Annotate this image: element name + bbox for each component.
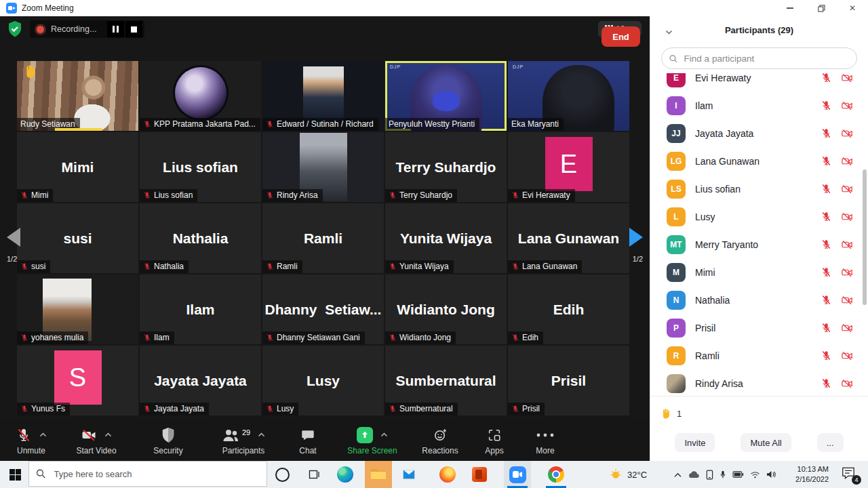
mic-off-icon <box>821 266 832 278</box>
participant-row-lius-sofian[interactable]: LSLius sofian <box>650 175 861 203</box>
start-button[interactable] <box>1 461 28 488</box>
panel-more-button[interactable]: ... <box>817 433 844 452</box>
pause-recording-button[interactable] <box>107 21 124 37</box>
chevron-up-icon[interactable] <box>104 432 112 437</box>
video-tile-penyuluh-westty-prianti[interactable]: DJPPenyuluh Westty Prianti <box>385 61 507 131</box>
tile-name-label: Edih <box>508 331 543 344</box>
video-tile-yohanes-mulia[interactable]: yohanes mulia <box>17 274 138 344</box>
tray-chevron-icon[interactable] <box>673 472 682 478</box>
chevron-up-icon[interactable] <box>39 432 47 437</box>
taskbar-search-icon <box>36 468 46 479</box>
video-tile-sumbernatural[interactable]: SumbernaturalSumbernatural <box>385 346 507 415</box>
mail-button[interactable] <box>395 461 422 488</box>
notification-center-button[interactable]: 4 <box>841 466 860 483</box>
office-button[interactable] <box>466 461 493 488</box>
tray-mic-icon[interactable] <box>719 470 726 480</box>
video-tile-dhanny-setiawan-gani[interactable]: Dhanny Setiaw...Dhanny Setiawan Gani <box>262 274 384 344</box>
video-tile-ilam[interactable]: IlamIlam <box>140 274 261 344</box>
toolbar-security-button[interactable]: Security <box>130 420 206 461</box>
participant-search-input[interactable] <box>683 53 850 64</box>
video-tile-edward-sutinah-richard[interactable]: Edward / Sutinah / Richard <box>262 61 384 131</box>
chevron-up-icon[interactable] <box>258 432 265 437</box>
participant-row-jayata-jayata[interactable]: JJJayata Jayata <box>650 119 861 147</box>
tile-name-label: Evi Herawaty <box>508 189 575 202</box>
camera-off-icon <box>841 211 853 223</box>
tile-name-text: Yunus Fs <box>31 404 65 413</box>
task-view-button[interactable] <box>300 461 328 488</box>
onedrive-icon[interactable] <box>688 470 700 479</box>
invite-button[interactable]: Invite <box>675 433 715 452</box>
participant-row-lana-gunawan[interactable]: LGLana Gunawan <box>650 147 861 175</box>
taskbar-clock[interactable]: 10:13 AM 2/16/2022 <box>780 464 829 485</box>
panel-scrollbar[interactable] <box>863 169 867 305</box>
video-tile-ramli[interactable]: RamliRamli <box>262 203 384 273</box>
phone-link-icon[interactable] <box>706 470 713 480</box>
participant-row-nathalia[interactable]: NNathalia <box>650 286 861 314</box>
volume-icon[interactable] <box>766 470 776 479</box>
participant-row-mimi[interactable]: MMimi <box>650 258 861 286</box>
tile-name-label: Lana Gunawan <box>508 260 582 273</box>
video-tile-evi-herawaty[interactable]: EEvi Herawaty <box>508 132 629 202</box>
video-tile-edih[interactable]: EdihEdih <box>508 274 629 344</box>
video-tile-widianto-jong[interactable]: Widianto JongWidianto Jong <box>385 274 507 344</box>
toolbar-reactions-button[interactable]: Reactions <box>410 420 471 461</box>
video-tile-susi[interactable]: susisusi <box>17 203 138 273</box>
toolbar-apps-button[interactable]: Apps <box>471 420 518 461</box>
restore-button[interactable] <box>806 0 837 16</box>
video-tile-rudy-setiawan[interactable]: Rudy Setiawan <box>17 61 138 131</box>
minimize-button[interactable] <box>774 0 806 16</box>
video-tile-lana-gunawan[interactable]: Lana GunawanLana Gunawan <box>508 203 629 273</box>
file-explorer-button[interactable] <box>365 461 392 488</box>
toolbar-chat-button[interactable]: Chat <box>281 420 335 461</box>
participant-row-merry-taryanto[interactable]: MTMerry Taryanto <box>650 230 861 258</box>
share-screen-icon <box>357 427 373 443</box>
stop-recording-button[interactable] <box>125 21 142 37</box>
taskbar-weather[interactable]: 32°C <box>609 461 647 488</box>
toolbar-start-video-button[interactable]: Start Video <box>62 420 130 461</box>
participant-row-ramli[interactable]: RRamli <box>650 342 861 369</box>
tile-name-label: susi <box>17 260 50 273</box>
next-page-arrow-icon[interactable] <box>629 228 643 247</box>
participant-name: Prisil <box>695 323 811 333</box>
close-button[interactable]: ✕ <box>837 0 868 16</box>
encryption-shield-icon[interactable] <box>7 20 23 41</box>
toolbar-participants-button[interactable]: 29Participants <box>206 420 281 461</box>
collapse-panel-chevron-icon[interactable] <box>665 26 673 37</box>
previous-page-arrow-icon[interactable] <box>7 228 20 247</box>
tile-name-text: Sumbernatural <box>399 404 453 413</box>
video-tile-eka-maryanti[interactable]: DJPEka Maryanti <box>508 61 629 131</box>
chevron-up-icon[interactable] <box>380 432 388 437</box>
video-tile-yunus-fs[interactable]: SYunus Fs <box>17 346 138 415</box>
video-tile-lusy[interactable]: LusyLusy <box>262 346 384 415</box>
mute-all-button[interactable]: Mute All <box>741 433 791 452</box>
battery-icon[interactable] <box>732 471 744 478</box>
firefox-button[interactable] <box>434 461 461 488</box>
participant-row-rindy-arisa[interactable]: Rindy Arisa <box>650 369 861 396</box>
chrome-button[interactable] <box>542 461 570 488</box>
participant-row-lusy[interactable]: LLusy <box>650 203 861 230</box>
participant-row-evi-herawaty[interactable]: EEvi Herawaty <box>650 73 861 92</box>
video-tile-yunita-wijaya[interactable]: Yunita WijayaYunita Wijaya <box>385 203 507 273</box>
edge-button[interactable] <box>332 461 359 488</box>
wifi-icon[interactable] <box>750 471 760 479</box>
video-tile-kpp-pratama-jakarta-pad[interactable]: KPP Pratama Jakarta Pad... <box>140 61 261 131</box>
end-meeting-button[interactable]: End <box>601 26 640 47</box>
video-tile-mimi[interactable]: MimiMimi <box>17 132 138 202</box>
video-tile-rindy-arisa[interactable]: Rindy Arisa <box>262 132 384 202</box>
zoom-taskbar-button[interactable] <box>504 461 531 488</box>
taskbar-search-input[interactable] <box>53 468 260 480</box>
participant-row-ilam[interactable]: IIlam <box>650 92 861 119</box>
weather-temperature: 32°C <box>627 470 647 480</box>
toolbar-more-button[interactable]: More <box>518 420 572 461</box>
tile-name-label: KPP Pratama Jakarta Pad... <box>140 118 260 131</box>
cortana-button[interactable] <box>269 461 296 488</box>
video-tile-nathalia[interactable]: NathaliaNathalia <box>140 203 261 273</box>
toolbar-unmute-button[interactable]: Unmute <box>0 420 62 461</box>
video-tile-lius-sofian[interactable]: Lius sofianLius sofian <box>140 132 261 202</box>
video-tile-terry-suhardjo[interactable]: Terry SuhardjoTerry Suhardjo <box>385 132 507 202</box>
participant-row-prisil[interactable]: PPrisil <box>650 314 861 342</box>
video-tile-jayata-jayata[interactable]: Jayata JayataJayata Jayata <box>140 346 261 415</box>
video-tile-prisil[interactable]: PrisilPrisil <box>508 346 629 415</box>
tile-avatar: E <box>545 137 593 191</box>
toolbar-share-screen-button[interactable]: Share Screen <box>335 420 410 461</box>
